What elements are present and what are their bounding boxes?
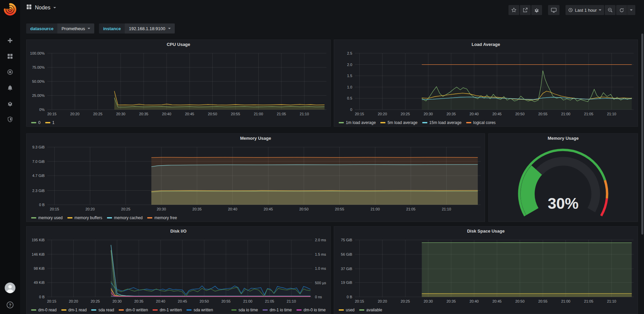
- legend-item[interactable]: dm-0 read: [31, 308, 57, 312]
- legend-item[interactable]: dm-0 written: [119, 308, 148, 312]
- svg-text:21:10: 21:10: [442, 207, 451, 211]
- legend-item[interactable]: memory cached: [107, 215, 143, 220]
- star-button[interactable]: [508, 5, 519, 15]
- load-average-chart[interactable]: 00.51.01.52.02.520:1520:2020:2520:3020:3…: [334, 49, 638, 120]
- legend-item[interactable]: 0: [31, 120, 41, 125]
- legend-item[interactable]: sda written: [186, 308, 213, 312]
- svg-text:1.0: 1.0: [347, 85, 352, 89]
- svg-text:1.0 ms: 1.0 ms: [315, 266, 326, 270]
- refresh-button[interactable]: [616, 5, 627, 15]
- dashboards-grid-icon[interactable]: [7, 53, 13, 59]
- scrollbar-thumb[interactable]: [641, 34, 643, 235]
- legend-item[interactable]: memory used: [31, 215, 63, 220]
- legend-item[interactable]: dm-1 io time: [263, 308, 292, 312]
- disk-io-chart[interactable]: 0 B49 KiB98 KiB146 KiB195 KiB0 ns500 µs1…: [26, 235, 330, 307]
- disk-io-legend: dm-0 readdm-1 readsda readdm-0 writtendm…: [26, 307, 330, 314]
- svg-text:20:35: 20:35: [446, 299, 456, 303]
- configuration-gear-icon[interactable]: [7, 101, 13, 107]
- user-avatar[interactable]: [5, 282, 15, 293]
- svg-text:20:50: 20:50: [200, 299, 209, 303]
- svg-text:21:00: 21:00: [243, 299, 253, 303]
- svg-text:20:25: 20:25: [401, 112, 410, 116]
- variable-instance-label: instance: [99, 23, 125, 34]
- cycle-view-mode-button[interactable]: [548, 5, 559, 15]
- legend-item[interactable]: sda read: [91, 308, 114, 312]
- panel-memory-usage-graph: Memory Usage 0 B2.3 GiB4.7 GiB7.0 GiB9.3…: [26, 133, 485, 222]
- legend-item[interactable]: memory buffers: [67, 215, 102, 220]
- legend-item[interactable]: dm-0 io time: [297, 308, 326, 312]
- top-navbar: Nodes Last 1 hour: [20, 0, 644, 18]
- panel-title[interactable]: CPU Usage: [26, 40, 330, 49]
- memory-usage-chart[interactable]: 0 B2.3 GiB4.7 GiB7.0 GiB9.3 GiB20:1520:2…: [26, 142, 485, 215]
- svg-text:37 GiB: 37 GiB: [341, 267, 352, 271]
- svg-text:0 ns: 0 ns: [315, 295, 322, 299]
- variable-instance-value[interactable]: 192.168.1.18:9100: [125, 23, 174, 34]
- load-legend: 1m load average5m load average15m load a…: [334, 120, 638, 128]
- svg-text:0%: 0%: [39, 108, 45, 112]
- time-range-picker[interactable]: Last 1 hour: [566, 5, 604, 15]
- svg-text:2.0 ms: 2.0 ms: [315, 238, 326, 242]
- panel-title[interactable]: Disk Space Usage: [334, 227, 638, 235]
- legend-item[interactable]: dm-1 read: [61, 308, 87, 312]
- panel-title[interactable]: Memory Usage: [26, 134, 485, 142]
- legend-item[interactable]: 5m load average: [380, 120, 417, 125]
- legend-item[interactable]: 15m load average: [422, 120, 462, 125]
- legend-item[interactable]: 1: [45, 120, 55, 125]
- svg-text:30%: 30%: [548, 195, 579, 212]
- legend-item[interactable]: used: [339, 308, 355, 312]
- svg-text:20:30: 20:30: [157, 207, 166, 211]
- svg-text:1.5: 1.5: [347, 74, 352, 78]
- legend-item[interactable]: sda io time: [231, 308, 258, 312]
- template-variables-row: datasource Prometheus instance 192.168.1…: [26, 23, 175, 34]
- legend-item[interactable]: 1m load average: [339, 120, 376, 125]
- variable-datasource-label: datasource: [26, 23, 57, 34]
- svg-text:21:05: 21:05: [584, 299, 593, 303]
- svg-text:0 B: 0 B: [39, 203, 45, 207]
- settings-gear-icon: [534, 7, 539, 13]
- cpu-usage-chart[interactable]: 0%25.00%50.00%75.00%100.00%20:1520:2020:…: [26, 49, 330, 120]
- legend-item[interactable]: available: [359, 308, 382, 312]
- svg-text:20:50: 20:50: [515, 112, 525, 116]
- svg-text:20:20: 20:20: [70, 112, 79, 116]
- server-admin-shield-icon[interactable]: [7, 116, 13, 122]
- zoom-out-button[interactable]: [605, 5, 615, 15]
- svg-text:20:50: 20:50: [515, 299, 525, 303]
- svg-text:20:25: 20:25: [401, 299, 410, 303]
- svg-text:146 KiB: 146 KiB: [32, 252, 45, 256]
- svg-text:20:40: 20:40: [470, 299, 479, 303]
- panel-title[interactable]: Load Average: [334, 40, 638, 49]
- share-button[interactable]: [520, 5, 531, 15]
- svg-text:20:45: 20:45: [178, 299, 187, 303]
- svg-text:20:30: 20:30: [424, 299, 433, 303]
- svg-text:75 GiB: 75 GiB: [341, 238, 352, 242]
- star-icon: [511, 7, 517, 13]
- legend-item[interactable]: dm-1 written: [153, 308, 182, 312]
- memory-usage-gauge: 30%: [489, 142, 638, 223]
- svg-text:20:55: 20:55: [221, 299, 231, 303]
- grafana-logo[interactable]: [0, 0, 20, 19]
- svg-text:0 B: 0 B: [346, 295, 352, 299]
- svg-text:2.3 GiB: 2.3 GiB: [32, 189, 45, 193]
- panel-memory-usage-gauge: Memory Usage 30%: [488, 133, 638, 222]
- legend-item[interactable]: logical cores: [466, 120, 496, 125]
- panel-title[interactable]: Disk I/O: [26, 227, 330, 235]
- nav-actions: Last 1 hour: [508, 5, 635, 15]
- refresh-interval-dropdown[interactable]: [627, 5, 635, 15]
- svg-text:21:05: 21:05: [406, 207, 416, 211]
- create-plus-icon[interactable]: [7, 38, 13, 44]
- panel-title[interactable]: Memory Usage: [489, 134, 638, 142]
- alerting-bell-icon[interactable]: [7, 85, 13, 91]
- legend-item[interactable]: memory free: [147, 215, 177, 220]
- svg-text:20:40: 20:40: [162, 112, 171, 116]
- dashboard-settings-button[interactable]: [531, 5, 542, 15]
- time-range-label: Last 1 hour: [575, 8, 597, 13]
- disk-space-chart[interactable]: 0 B19 GiB37 GiB56 GiB75 GiB20:1520:2020:…: [334, 235, 638, 307]
- explore-compass-icon[interactable]: [7, 69, 13, 75]
- share-icon: [523, 7, 528, 13]
- variable-datasource-value[interactable]: Prometheus: [57, 23, 94, 34]
- svg-text:7.0 GiB: 7.0 GiB: [32, 160, 45, 164]
- help-icon[interactable]: ?: [6, 301, 14, 309]
- dashboard-breadcrumb[interactable]: Nodes: [26, 4, 56, 11]
- svg-text:20:20: 20:20: [69, 299, 78, 303]
- panel-disk-io: Disk I/O 0 B49 KiB98 KiB146 KiB195 KiB0 …: [26, 226, 331, 314]
